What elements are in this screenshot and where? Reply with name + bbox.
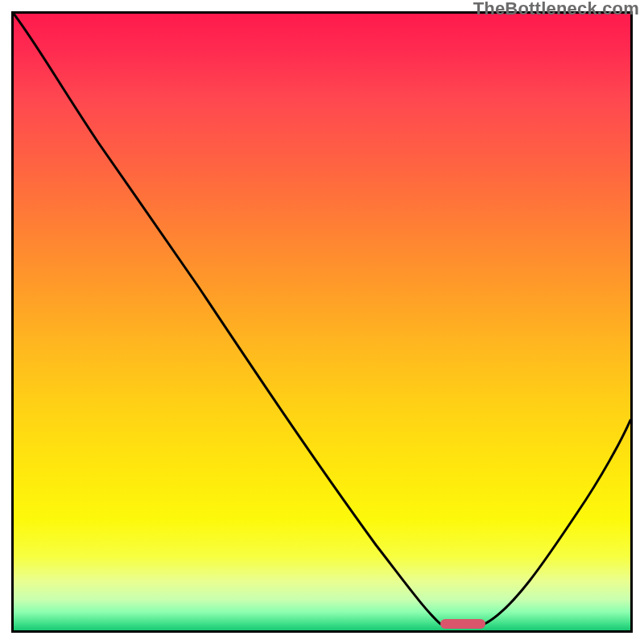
watermark-text: TheBottleneck.com — [473, 0, 639, 19]
chart-frame — [11, 11, 633, 633]
plot-area — [14, 14, 630, 630]
heat-gradient-background — [14, 14, 630, 630]
